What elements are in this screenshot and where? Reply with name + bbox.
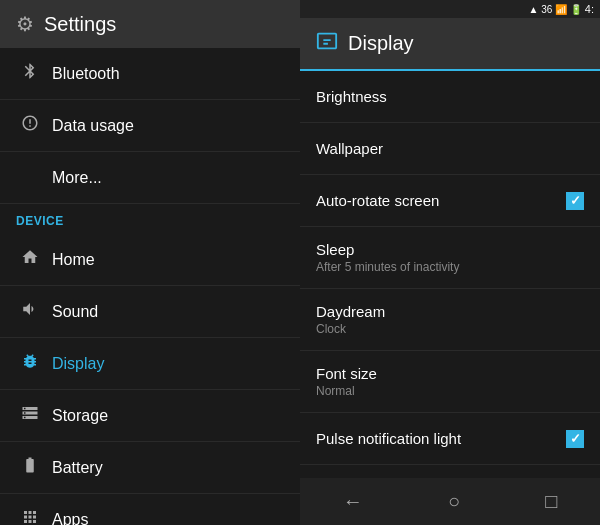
- sidebar-item-home[interactable]: Home: [0, 234, 300, 286]
- sound-icon: [16, 300, 44, 323]
- display-item-auto-rotate[interactable]: Auto-rotate screen ✓: [300, 175, 600, 227]
- sidebar-item-storage[interactable]: Storage: [0, 390, 300, 442]
- daydream-sub: Clock: [316, 322, 584, 336]
- sidebar-item-apps[interactable]: Apps: [0, 494, 300, 525]
- display-item-sleep[interactable]: Sleep After 5 minutes of inactivity: [300, 227, 600, 289]
- device-section-header: DEVICE: [0, 204, 300, 234]
- sidebar-item-display[interactable]: Display: [0, 338, 300, 390]
- status-time: 4:: [585, 3, 594, 15]
- status-bar: ▲ 36 📶 🔋 4:: [300, 0, 600, 18]
- home-icon: [16, 248, 44, 271]
- sleep-label: Sleep: [316, 241, 584, 258]
- font-size-text: Font size Normal: [316, 365, 584, 398]
- check-icon-2: ✓: [570, 431, 581, 446]
- recents-button[interactable]: □: [529, 486, 573, 517]
- storage-label: Storage: [52, 407, 108, 425]
- sleep-sub: After 5 minutes of inactivity: [316, 260, 584, 274]
- font-size-label: Font size: [316, 365, 584, 382]
- pulse-notification-text: Pulse notification light: [316, 430, 566, 447]
- display-label: Display: [52, 355, 104, 373]
- left-panel: ⚙ Settings Bluetooth Data usage More...: [0, 0, 300, 525]
- bluetooth-icon: [16, 62, 44, 85]
- auto-rotate-checkbox[interactable]: ✓: [566, 192, 584, 210]
- wallpaper-text: Wallpaper: [316, 140, 584, 157]
- bluetooth-label: Bluetooth: [52, 65, 120, 83]
- sound-label: Sound: [52, 303, 98, 321]
- right-panel: ▲ 36 📶 🔋 4: Display Brightness Wallpaper: [300, 0, 600, 525]
- sleep-text: Sleep After 5 minutes of inactivity: [316, 241, 584, 274]
- settings-title: Settings: [44, 13, 116, 36]
- sidebar-item-bluetooth[interactable]: Bluetooth: [0, 48, 300, 100]
- sidebar-item-data-usage[interactable]: Data usage: [0, 100, 300, 152]
- sidebar-item-more[interactable]: More...: [0, 152, 300, 204]
- font-size-sub: Normal: [316, 384, 584, 398]
- status-icons: ▲ 36 📶 🔋: [528, 4, 581, 15]
- wallpaper-label: Wallpaper: [316, 140, 584, 157]
- pulse-notification-label: Pulse notification light: [316, 430, 566, 447]
- storage-icon: [16, 404, 44, 427]
- display-header: Display: [300, 18, 600, 71]
- more-label: More...: [52, 169, 102, 187]
- auto-rotate-text: Auto-rotate screen: [316, 192, 566, 209]
- apps-label: Apps: [52, 511, 88, 526]
- auto-rotate-label: Auto-rotate screen: [316, 192, 566, 209]
- display-panel-icon: [316, 30, 338, 57]
- bottom-nav: ← ○ □: [300, 478, 600, 525]
- gear-icon: ⚙: [16, 12, 34, 36]
- back-button[interactable]: ←: [327, 486, 379, 517]
- data-usage-label: Data usage: [52, 117, 134, 135]
- data-usage-icon: [16, 114, 44, 137]
- display-icon: [16, 352, 44, 375]
- battery-icon: [16, 456, 44, 479]
- home-button[interactable]: ○: [432, 486, 476, 517]
- display-panel-title: Display: [348, 32, 414, 55]
- display-item-brightness[interactable]: Brightness: [300, 71, 600, 123]
- display-item-pulse-notification[interactable]: Pulse notification light ✓: [300, 413, 600, 465]
- sidebar-item-sound[interactable]: Sound: [0, 286, 300, 338]
- brightness-text: Brightness: [316, 88, 584, 105]
- sidebar-item-battery[interactable]: Battery: [0, 442, 300, 494]
- daydream-text: Daydream Clock: [316, 303, 584, 336]
- battery-label: Battery: [52, 459, 103, 477]
- display-item-daydream[interactable]: Daydream Clock: [300, 289, 600, 351]
- apps-icon: [16, 508, 44, 525]
- brightness-label: Brightness: [316, 88, 584, 105]
- pulse-notification-checkbox[interactable]: ✓: [566, 430, 584, 448]
- home-label: Home: [52, 251, 95, 269]
- menu-list: Bluetooth Data usage More... DEVICE Ho: [0, 48, 300, 525]
- daydream-label: Daydream: [316, 303, 584, 320]
- display-item-wallpaper[interactable]: Wallpaper: [300, 123, 600, 175]
- settings-header: ⚙ Settings: [0, 0, 300, 48]
- display-settings-list: Brightness Wallpaper Auto-rotate screen …: [300, 71, 600, 478]
- display-item-font-size[interactable]: Font size Normal: [300, 351, 600, 413]
- check-icon: ✓: [570, 193, 581, 208]
- display-item-wireless-display[interactable]: Wireless display Disabled: [300, 465, 600, 478]
